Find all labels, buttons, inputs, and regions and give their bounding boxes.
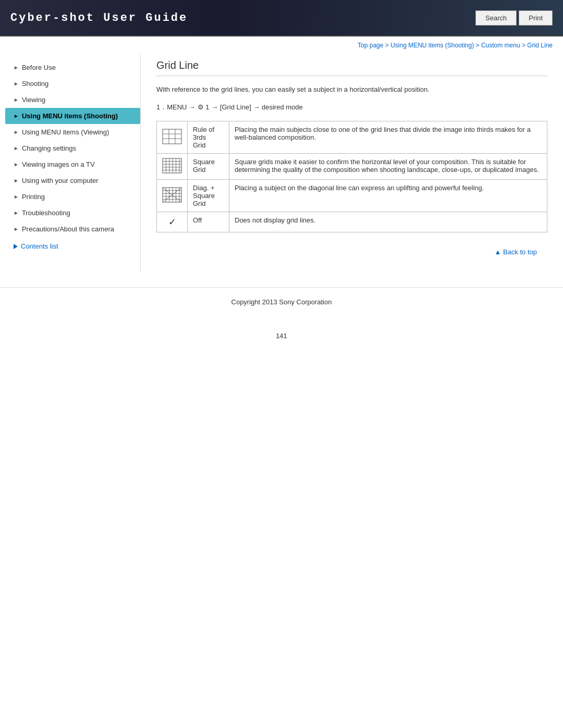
footer: Copyright 2013 Sony Corporation	[0, 287, 563, 316]
page-title: Grid Line	[156, 59, 547, 76]
chevron-right-icon: ►	[14, 178, 19, 183]
table-cell-icon: ✓	[157, 212, 188, 232]
table-cell-label: Rule of3rdsGrid	[188, 121, 229, 154]
app-title: Cyber-shot User Guide	[10, 11, 188, 24]
breadcrumb-gridline[interactable]: Grid Line	[527, 42, 553, 49]
sidebar-item-using-computer[interactable]: ► Using with your computer	[5, 172, 140, 189]
rule-thirds-icon	[162, 129, 182, 144]
sidebar-item-changing-settings[interactable]: ► Changing settings	[5, 140, 140, 156]
table-cell-label: Off	[188, 212, 229, 232]
main-layout: ► Before Use ► Shooting ► Viewing ► Usin…	[0, 54, 563, 282]
sidebar-item-before-use[interactable]: ► Before Use	[5, 59, 140, 76]
sidebar-item-label: Printing	[22, 193, 45, 201]
sidebar-item-label: Using with your computer	[22, 177, 99, 184]
square-grid-icon	[162, 158, 182, 174]
grid-line-table: Rule of3rdsGrid Placing the main subject…	[156, 121, 547, 232]
table-row: SquareGrid Square grids make it easier t…	[157, 154, 547, 180]
breadcrumb-sep1: >	[385, 42, 390, 49]
table-cell-label: SquareGrid	[188, 154, 229, 180]
table-cell-desc: Placing the main subjects close to one o…	[229, 121, 547, 154]
sidebar-item-troubleshooting[interactable]: ► Troubleshooting	[5, 205, 140, 221]
back-to-top[interactable]: ▲ Back to top	[156, 243, 547, 261]
chevron-right-icon: ►	[14, 194, 19, 200]
contents-list-label: Contents list	[21, 242, 58, 250]
main-content: Grid Line With reference to the grid lin…	[141, 54, 563, 272]
chevron-right-icon: ►	[14, 81, 19, 87]
diag-square-grid-icon	[162, 187, 182, 203]
sidebar-item-label: Troubleshooting	[22, 209, 70, 217]
chevron-right-icon: ►	[14, 97, 19, 103]
sidebar-item-using-menu-shooting[interactable]: ► Using MENU items (Shooting)	[5, 108, 140, 124]
table-cell-desc: Does not display grid lines.	[229, 212, 547, 232]
header-button-group: Search Print	[475, 10, 553, 26]
gear-icon: ⚙	[198, 103, 204, 111]
table-cell-icon	[157, 121, 188, 154]
breadcrumb-top[interactable]: Top page	[358, 42, 383, 49]
chevron-right-icon: ►	[14, 65, 19, 70]
sidebar-item-label: Viewing images on a TV	[22, 161, 95, 168]
table-cell-desc: Placing a subject on the diagonal line c…	[229, 180, 547, 212]
sidebar-item-label: Changing settings	[22, 144, 76, 152]
copyright-text: Copyright 2013 Sony Corporation	[231, 298, 332, 306]
print-button[interactable]: Print	[519, 10, 553, 26]
sidebar-item-shooting[interactable]: ► Shooting	[5, 76, 140, 92]
sidebar-item-label: Using MENU items (Viewing)	[22, 128, 109, 136]
svg-rect-5	[163, 158, 181, 173]
table-row: ✓ Off Does not display grid lines.	[157, 212, 547, 232]
sidebar-item-label: Shooting	[22, 80, 48, 88]
header: Cyber-shot User Guide Search Print	[0, 0, 563, 36]
arrow-right-icon	[14, 244, 18, 249]
table-cell-icon	[157, 180, 188, 212]
breadcrumb-sep2: >	[476, 42, 481, 49]
table-cell-desc: Square grids make it easier to confirm t…	[229, 154, 547, 180]
table-row: Rule of3rdsGrid Placing the main subject…	[157, 121, 547, 154]
sidebar-item-label: Viewing	[22, 96, 45, 104]
checkmark-icon: ✓	[168, 217, 176, 227]
svg-rect-0	[163, 129, 181, 144]
chevron-right-icon: ►	[14, 129, 19, 135]
description-text: With reference to the grid lines, you ca…	[156, 84, 547, 95]
breadcrumb-shooting[interactable]: Using MENU items (Shooting)	[390, 42, 474, 49]
sidebar-item-printing[interactable]: ► Printing	[5, 189, 140, 205]
sidebar-item-using-menu-viewing[interactable]: ► Using MENU items (Viewing)	[5, 124, 140, 140]
chevron-right-icon: ►	[14, 226, 19, 232]
sidebar-item-label: Using MENU items (Shooting)	[22, 112, 118, 120]
breadcrumb-custom[interactable]: Custom menu	[481, 42, 520, 49]
chevron-right-icon: ►	[14, 162, 19, 167]
chevron-right-icon: ►	[14, 145, 19, 151]
sidebar-item-label: Precautions/About this camera	[22, 225, 114, 233]
instruction-text: 1．MENU → ⚙ 1 → [Grid Line] → desired mod…	[156, 102, 547, 113]
breadcrumb: Top page > Using MENU items (Shooting) >…	[0, 36, 563, 54]
table-cell-label: Diag. +SquareGrid	[188, 180, 229, 212]
contents-list-link[interactable]: Contents list	[5, 237, 140, 250]
sidebar-item-precautions[interactable]: ► Precautions/About this camera	[5, 221, 140, 237]
sidebar-item-viewing-tv[interactable]: ► Viewing images on a TV	[5, 156, 140, 172]
sidebar-item-viewing[interactable]: ► Viewing	[5, 92, 140, 108]
sidebar: ► Before Use ► Shooting ► Viewing ► Usin…	[0, 54, 141, 272]
breadcrumb-sep3: >	[522, 42, 527, 49]
search-button[interactable]: Search	[475, 10, 517, 26]
chevron-right-icon: ►	[14, 113, 19, 119]
table-row: Diag. +SquareGrid Placing a subject on t…	[157, 180, 547, 212]
back-to-top-link[interactable]: ▲ Back to top	[494, 248, 537, 256]
table-cell-icon	[157, 154, 188, 180]
sidebar-item-label: Before Use	[22, 64, 56, 71]
chevron-right-icon: ►	[14, 210, 19, 216]
page-number: 141	[0, 316, 563, 355]
